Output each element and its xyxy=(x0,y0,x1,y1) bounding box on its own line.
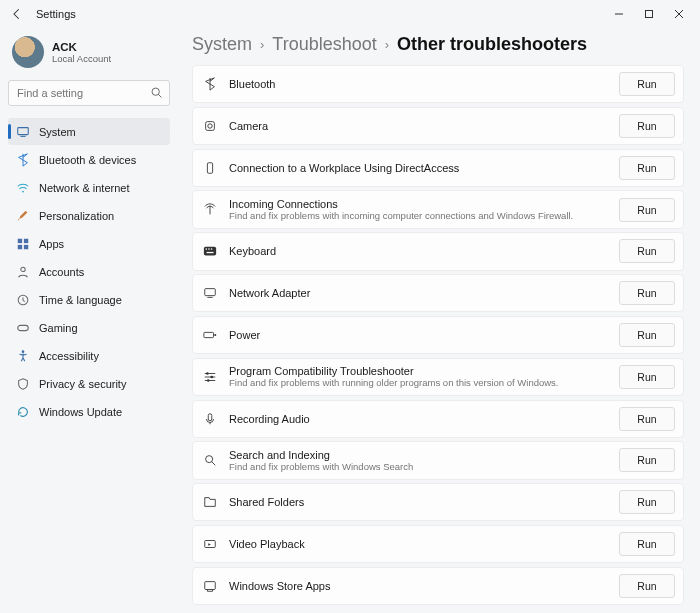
card-title: Search and Indexing xyxy=(229,449,609,461)
sidebar-item-bluetooth[interactable]: Bluetooth & devices xyxy=(8,146,170,173)
keyboard-icon xyxy=(201,245,219,257)
system-icon xyxy=(16,125,30,139)
run-button[interactable]: Run xyxy=(619,532,675,556)
sidebar-item-apps[interactable]: Apps xyxy=(8,230,170,257)
breadcrumb-system[interactable]: System xyxy=(192,34,252,55)
sidebar-item-label: Gaming xyxy=(39,322,78,334)
svg-point-31 xyxy=(210,376,213,379)
minimize-button[interactable] xyxy=(604,3,634,25)
sidebar-item-personalization[interactable]: Personalization xyxy=(8,202,170,229)
bluetooth-icon xyxy=(16,153,30,167)
run-button[interactable]: Run xyxy=(619,574,675,598)
sidebar-item-label: Apps xyxy=(39,238,64,250)
video-icon xyxy=(201,537,219,551)
svg-rect-37 xyxy=(205,582,216,590)
troubleshooter-card: Video Playback Run xyxy=(192,525,684,563)
svg-rect-22 xyxy=(207,252,214,253)
svg-point-32 xyxy=(207,379,210,382)
antenna-icon xyxy=(201,203,219,217)
troubleshooter-card: Camera Run xyxy=(192,107,684,145)
svg-point-16 xyxy=(208,124,212,128)
svg-rect-17 xyxy=(207,163,212,174)
card-title: Camera xyxy=(229,120,609,132)
card-title: Power xyxy=(229,329,609,341)
sidebar-item-label: Bluetooth & devices xyxy=(39,154,136,166)
gaming-icon xyxy=(16,321,30,335)
chevron-right-icon: › xyxy=(260,37,264,52)
troubleshooter-card: Windows Store Apps Run xyxy=(192,567,684,605)
run-button[interactable]: Run xyxy=(619,323,675,347)
troubleshooter-card: Network Adapter Run xyxy=(192,274,684,312)
store-icon xyxy=(201,579,219,593)
svg-point-6 xyxy=(22,190,24,192)
troubleshooter-card: Bluetooth Run xyxy=(192,65,684,103)
sidebar-item-label: Network & internet xyxy=(39,182,129,194)
svg-rect-25 xyxy=(204,332,214,337)
troubleshooter-card: Power Run xyxy=(192,316,684,354)
search-icon xyxy=(150,86,163,99)
apps-icon xyxy=(16,237,30,251)
search-input[interactable] xyxy=(8,80,170,106)
card-title: Keyboard xyxy=(229,245,609,257)
brush-icon xyxy=(16,209,30,223)
sidebar-item-accounts[interactable]: Accounts xyxy=(8,258,170,285)
card-subtitle: Find and fix problems with Windows Searc… xyxy=(229,461,609,472)
sidebar-item-time[interactable]: Time & language xyxy=(8,286,170,313)
svg-rect-21 xyxy=(211,249,212,250)
card-title: Bluetooth xyxy=(229,78,609,90)
sidebar-item-update[interactable]: Windows Update xyxy=(8,398,170,425)
svg-rect-1 xyxy=(646,11,653,18)
wifi-icon xyxy=(16,181,30,195)
sidebar-item-label: Privacy & security xyxy=(39,378,126,390)
breadcrumb: System › Troubleshoot › Other troublesho… xyxy=(192,32,690,65)
chevron-right-icon: › xyxy=(385,37,389,52)
svg-point-2 xyxy=(152,88,159,95)
troubleshooter-card: Search and Indexing Find and fix problem… xyxy=(192,441,684,479)
run-button[interactable]: Run xyxy=(619,407,675,431)
back-button[interactable] xyxy=(6,3,28,25)
sidebar-item-gaming[interactable]: Gaming xyxy=(8,314,170,341)
run-button[interactable]: Run xyxy=(619,281,675,305)
svg-point-11 xyxy=(21,267,25,271)
sidebar-item-privacy[interactable]: Privacy & security xyxy=(8,370,170,397)
card-subtitle: Find and fix problems with running older… xyxy=(229,377,609,388)
run-button[interactable]: Run xyxy=(619,448,675,472)
camera-icon xyxy=(201,119,219,133)
maximize-button[interactable] xyxy=(634,3,664,25)
sidebar-item-label: Time & language xyxy=(39,294,122,306)
person-icon xyxy=(16,265,30,279)
run-button[interactable]: Run xyxy=(619,490,675,514)
svg-point-34 xyxy=(206,456,213,463)
shield-icon xyxy=(16,377,30,391)
svg-point-30 xyxy=(206,372,209,375)
user-account-row[interactable]: ACK Local Account xyxy=(8,32,170,78)
battery-icon xyxy=(201,330,219,340)
sidebar-item-label: System xyxy=(39,126,76,138)
sidebar-item-accessibility[interactable]: Accessibility xyxy=(8,342,170,369)
run-button[interactable]: Run xyxy=(619,365,675,389)
svg-point-14 xyxy=(22,350,25,353)
svg-rect-8 xyxy=(24,238,28,242)
phone-icon xyxy=(201,161,219,175)
troubleshooter-card: Incoming Connections Find and fix proble… xyxy=(192,190,684,228)
run-button[interactable]: Run xyxy=(619,72,675,96)
bluetooth-icon xyxy=(201,77,219,91)
card-title: Recording Audio xyxy=(229,413,609,425)
card-title: Video Playback xyxy=(229,538,609,550)
monitor-icon xyxy=(201,286,219,300)
breadcrumb-troubleshoot[interactable]: Troubleshoot xyxy=(272,34,376,55)
run-button[interactable]: Run xyxy=(619,114,675,138)
sidebar-item-system[interactable]: System xyxy=(8,118,170,145)
clock-icon xyxy=(16,293,30,307)
run-button[interactable]: Run xyxy=(619,198,675,222)
close-button[interactable] xyxy=(664,3,694,25)
svg-rect-33 xyxy=(208,413,212,420)
card-title: Program Compatibility Troubleshooter xyxy=(229,365,609,377)
troubleshooter-list[interactable]: Bluetooth Run Camera Run Connection to a… xyxy=(192,65,690,605)
run-button[interactable]: Run xyxy=(619,156,675,180)
run-button[interactable]: Run xyxy=(619,239,675,263)
sidebar-item-label: Personalization xyxy=(39,210,114,222)
user-name: ACK xyxy=(52,41,111,53)
svg-rect-18 xyxy=(204,247,216,256)
sidebar-item-network[interactable]: Network & internet xyxy=(8,174,170,201)
